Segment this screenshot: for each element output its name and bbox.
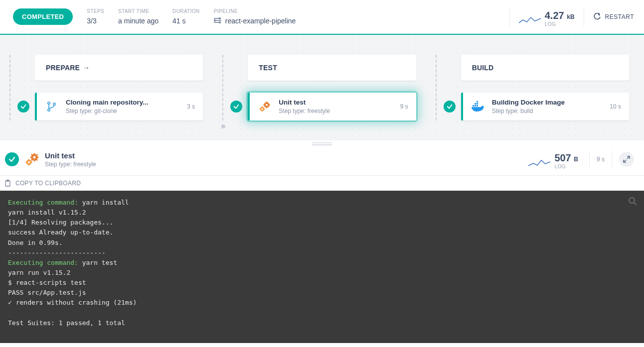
steps-label: STEPS [87,8,104,14]
terminal-line: yarn run v1.15.2 [8,268,636,278]
detail-title: Unit test [45,151,96,160]
stage-column: BUILDBuilding Docker ImageStep type: bui… [441,55,629,120]
panel-resize-handle[interactable] [0,140,644,145]
svg-rect-14 [263,105,264,106]
svg-rect-12 [266,102,267,103]
svg-rect-42 [25,162,26,163]
detail-log-unit: B [574,156,578,163]
copy-label: COPY TO CLIPBOARD [15,180,81,187]
restart-icon [593,13,601,21]
copy-to-clipboard-button[interactable]: COPY TO CLIPBOARD [0,176,644,191]
svg-point-17 [262,108,263,110]
detail-subtitle: Step type: freestyle [45,161,96,168]
svg-line-49 [634,203,637,205]
stage-header[interactable]: BUILD [461,55,629,81]
terminal-line: Executing command: yarn install [8,198,636,208]
svg-point-7 [48,102,50,104]
detail-log-stat[interactable]: 507 B LOG [524,149,582,169]
svg-point-39 [28,161,30,163]
log-stat[interactable]: 4.27 kB LOG [509,7,584,27]
svg-rect-27 [477,101,478,103]
stage-column: TESTUnit testStep type: freestyle9 s [228,55,416,120]
terminal-line: Executing command: yarn test [8,258,636,268]
svg-point-3 [219,18,220,19]
restart-button[interactable]: RESTART [584,7,634,27]
svg-rect-31 [34,160,35,162]
step-title: Cloning main repository... [66,99,180,106]
svg-rect-25 [475,103,476,105]
sparkline-icon [528,158,550,169]
detail-time: 9 s [597,156,605,163]
expand-button[interactable] [619,152,634,167]
pipeline-value[interactable]: react-example-pipeline [225,17,296,25]
step-card[interactable]: Unit testStep type: freestyle9 s [248,93,416,120]
step-title: Unit test [279,99,393,106]
svg-rect-19 [262,111,263,112]
terminal-output[interactable]: Executing command: yarn installyarn inst… [0,191,644,343]
start-time-stat: START TIME a minute ago [118,8,159,25]
stage-strip: PREPARE→Cloning main repository...Step t… [0,34,644,140]
step-row: Cloning main repository...Step type: git… [15,93,203,120]
git-branch-icon [45,100,59,114]
svg-point-48 [629,198,635,203]
terminal-line: Done in 0.99s. [8,238,636,248]
svg-point-11 [266,104,268,106]
gears-icon [258,100,272,114]
success-check-icon [230,101,242,113]
gears-icon [24,151,40,167]
svg-rect-20 [260,109,261,109]
svg-rect-24 [477,105,478,107]
step-row: Unit testStep type: freestyle9 s [228,93,416,120]
step-title: Building Docker Image [492,99,603,106]
step-card[interactable]: Cloning main repository...Step type: git… [35,93,203,120]
svg-rect-33 [37,157,39,158]
svg-rect-18 [262,106,263,107]
svg-rect-43 [31,162,32,163]
stage-header[interactable]: TEST [248,55,416,81]
terminal-line: $ react-scripts test [8,278,636,288]
svg-point-4 [214,20,215,21]
arrow-right-icon: → [83,64,90,72]
svg-rect-15 [269,105,270,106]
svg-rect-26 [477,103,478,105]
terminal-line: [1/4] Resolving packages... [8,218,636,228]
status-badge: COMPLETED [13,8,73,25]
terminal-line: success Already up-to-date. [8,228,636,237]
run-header: COMPLETED STEPS 3/3 START TIME a minute … [0,0,644,34]
sparkline-icon [519,16,541,27]
steps-stat: STEPS 3/3 [87,8,104,25]
start-time-label: START TIME [118,8,159,14]
duration-value: 41 s [172,17,200,25]
duration-label: DURATION [172,8,200,14]
step-duration: 3 s [187,103,195,110]
pipeline-stat: PIPELINE react-example-pipeline [214,8,296,25]
step-card[interactable]: Building Docker ImageStep type: build10 … [461,93,629,120]
svg-rect-13 [266,107,267,108]
svg-rect-41 [28,165,29,166]
detail-success-icon [5,152,19,166]
expand-icon [623,156,630,163]
terminal-line: ------------------------- [8,248,636,258]
terminal-line [8,308,636,318]
terminal-line: ✓ renders without crashing (21ms) [8,298,636,308]
terminal-line: yarn install v1.15.2 [8,208,636,218]
pipeline-icon [214,17,221,25]
step-subtitle: Step type: build [492,108,603,115]
step-subtitle: Step type: freestyle [279,108,393,115]
pipeline-label: PIPELINE [214,8,296,14]
svg-rect-30 [34,153,35,155]
terminal-line: PASS src/App.test.js [8,288,636,298]
start-time-value: a minute ago [118,17,159,25]
log-size-value: 4.27 [545,10,564,21]
svg-point-8 [48,109,50,111]
success-check-icon [444,101,456,113]
detail-header: Unit test Step type: freestyle 507 B LOG… [0,145,644,176]
svg-point-29 [33,156,36,159]
duration-stat: DURATION 41 s [172,8,200,25]
search-icon[interactable] [628,197,637,209]
clipboard-icon [5,180,11,187]
stage-header[interactable]: PREPARE→ [35,55,203,81]
log-size-unit: kB [567,13,574,20]
step-duration: 9 s [400,103,408,110]
svg-rect-23 [475,105,476,107]
